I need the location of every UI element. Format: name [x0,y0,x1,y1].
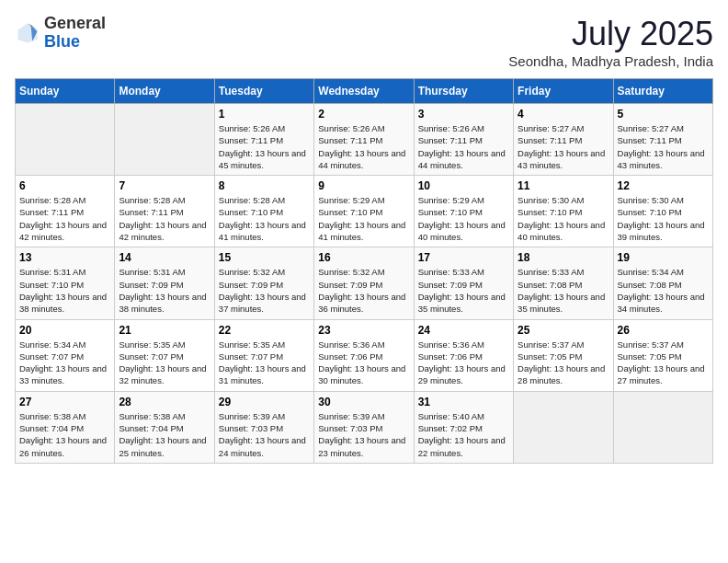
day-number: 27 [19,396,110,408]
calendar-cell: 29Sunrise: 5:39 AM Sunset: 7:03 PM Dayli… [214,391,313,463]
day-info: Sunrise: 5:29 AM Sunset: 7:10 PM Dayligh… [318,194,409,243]
calendar-cell: 22Sunrise: 5:35 AM Sunset: 7:07 PM Dayli… [214,319,313,391]
calendar-cell: 20Sunrise: 5:34 AM Sunset: 7:07 PM Dayli… [16,319,115,391]
page-header: General Blue July 2025 Seondha, Madhya P… [15,15,713,69]
day-number: 18 [518,251,609,264]
day-number: 11 [518,179,609,192]
calendar-cell: 15Sunrise: 5:32 AM Sunset: 7:09 PM Dayli… [214,247,313,319]
calendar-cell: 11Sunrise: 5:30 AM Sunset: 7:10 PM Dayli… [514,176,613,247]
day-info: Sunrise: 5:39 AM Sunset: 7:03 PM Dayligh… [219,410,310,459]
calendar-cell: 24Sunrise: 5:36 AM Sunset: 7:06 PM Dayli… [414,319,513,391]
calendar-cell [16,104,115,176]
calendar-cell: 5Sunrise: 5:27 AM Sunset: 7:11 PM Daylig… [613,104,712,176]
day-info: Sunrise: 5:27 AM Sunset: 7:11 PM Dayligh… [518,122,609,171]
day-info: Sunrise: 5:32 AM Sunset: 7:09 PM Dayligh… [318,266,409,315]
day-info: Sunrise: 5:28 AM Sunset: 7:10 PM Dayligh… [219,194,310,243]
day-info: Sunrise: 5:26 AM Sunset: 7:11 PM Dayligh… [418,122,509,171]
day-number: 3 [418,108,509,121]
day-number: 7 [119,179,210,192]
day-info: Sunrise: 5:33 AM Sunset: 7:08 PM Dayligh… [518,266,609,315]
calendar-cell: 1Sunrise: 5:26 AM Sunset: 7:11 PM Daylig… [214,104,313,176]
calendar-cell: 30Sunrise: 5:39 AM Sunset: 7:03 PM Dayli… [314,391,414,463]
day-of-week-header: Sunday [16,79,115,104]
calendar-cell: 28Sunrise: 5:38 AM Sunset: 7:04 PM Dayli… [115,391,214,463]
calendar-cell: 9Sunrise: 5:29 AM Sunset: 7:10 PM Daylig… [314,176,414,247]
day-info: Sunrise: 5:35 AM Sunset: 7:07 PM Dayligh… [219,339,310,387]
calendar-cell: 21Sunrise: 5:35 AM Sunset: 7:07 PM Dayli… [115,319,214,391]
calendar-cell: 10Sunrise: 5:29 AM Sunset: 7:10 PM Dayli… [414,176,513,247]
day-info: Sunrise: 5:36 AM Sunset: 7:06 PM Dayligh… [318,339,409,387]
day-number: 6 [19,179,110,192]
day-number: 4 [518,108,609,121]
calendar-week-row: 6Sunrise: 5:28 AM Sunset: 7:11 PM Daylig… [16,176,713,247]
calendar-cell: 12Sunrise: 5:30 AM Sunset: 7:10 PM Dayli… [613,176,712,247]
day-number: 8 [219,179,310,192]
month-title: July 2025 [508,15,713,53]
calendar-cell: 3Sunrise: 5:26 AM Sunset: 7:11 PM Daylig… [414,104,513,176]
day-info: Sunrise: 5:28 AM Sunset: 7:11 PM Dayligh… [119,194,210,243]
day-of-week-header: Monday [115,79,214,104]
day-info: Sunrise: 5:37 AM Sunset: 7:05 PM Dayligh… [518,339,609,387]
day-info: Sunrise: 5:38 AM Sunset: 7:04 PM Dayligh… [19,410,110,459]
calendar-cell [115,104,214,176]
day-info: Sunrise: 5:35 AM Sunset: 7:07 PM Dayligh… [119,339,210,387]
calendar-cell: 16Sunrise: 5:32 AM Sunset: 7:09 PM Dayli… [314,247,414,319]
day-number: 24 [418,324,509,337]
day-number: 31 [418,396,509,408]
calendar-week-row: 13Sunrise: 5:31 AM Sunset: 7:10 PM Dayli… [16,247,713,319]
calendar-cell: 18Sunrise: 5:33 AM Sunset: 7:08 PM Dayli… [514,247,613,319]
day-of-week-header: Tuesday [214,79,313,104]
calendar-cell: 19Sunrise: 5:34 AM Sunset: 7:08 PM Dayli… [613,247,712,319]
day-info: Sunrise: 5:39 AM Sunset: 7:03 PM Dayligh… [318,410,409,459]
day-number: 20 [19,324,110,337]
day-info: Sunrise: 5:27 AM Sunset: 7:11 PM Dayligh… [618,122,709,171]
day-number: 26 [618,324,709,337]
day-number: 28 [119,396,210,408]
day-info: Sunrise: 5:32 AM Sunset: 7:09 PM Dayligh… [219,266,310,315]
calendar-cell: 31Sunrise: 5:40 AM Sunset: 7:02 PM Dayli… [414,391,513,463]
day-of-week-header: Saturday [613,79,712,104]
day-number: 29 [219,396,310,408]
day-number: 2 [318,108,409,121]
logo-text: General Blue [44,15,106,52]
calendar-cell: 6Sunrise: 5:28 AM Sunset: 7:11 PM Daylig… [16,176,115,247]
day-info: Sunrise: 5:31 AM Sunset: 7:09 PM Dayligh… [119,266,210,315]
calendar-week-row: 1Sunrise: 5:26 AM Sunset: 7:11 PM Daylig… [16,104,713,176]
calendar-cell [613,391,712,463]
calendar-cell: 23Sunrise: 5:36 AM Sunset: 7:06 PM Dayli… [314,319,414,391]
day-number: 14 [119,251,210,264]
day-number: 22 [219,324,310,337]
calendar-cell: 17Sunrise: 5:33 AM Sunset: 7:09 PM Dayli… [414,247,513,319]
day-info: Sunrise: 5:29 AM Sunset: 7:10 PM Dayligh… [418,194,509,243]
location-subtitle: Seondha, Madhya Pradesh, India [508,53,713,69]
day-of-week-header: Friday [514,79,613,104]
calendar-cell: 4Sunrise: 5:27 AM Sunset: 7:11 PM Daylig… [514,104,613,176]
calendar-week-row: 27Sunrise: 5:38 AM Sunset: 7:04 PM Dayli… [16,391,713,463]
day-info: Sunrise: 5:26 AM Sunset: 7:11 PM Dayligh… [318,122,409,171]
day-number: 13 [19,251,110,264]
day-info: Sunrise: 5:26 AM Sunset: 7:11 PM Dayligh… [219,122,310,171]
title-block: July 2025 Seondha, Madhya Pradesh, India [508,15,713,69]
day-info: Sunrise: 5:30 AM Sunset: 7:10 PM Dayligh… [618,194,709,243]
calendar-week-row: 20Sunrise: 5:34 AM Sunset: 7:07 PM Dayli… [16,319,713,391]
calendar-header-row: SundayMondayTuesdayWednesdayThursdayFrid… [16,79,713,104]
calendar-cell: 2Sunrise: 5:26 AM Sunset: 7:11 PM Daylig… [314,104,414,176]
day-of-week-header: Wednesday [314,79,414,104]
calendar-cell: 7Sunrise: 5:28 AM Sunset: 7:11 PM Daylig… [115,176,214,247]
day-number: 12 [618,179,709,192]
calendar-cell [514,391,613,463]
calendar-cell: 14Sunrise: 5:31 AM Sunset: 7:09 PM Dayli… [115,247,214,319]
day-info: Sunrise: 5:36 AM Sunset: 7:06 PM Dayligh… [418,339,509,387]
day-number: 1 [219,108,310,121]
day-info: Sunrise: 5:40 AM Sunset: 7:02 PM Dayligh… [418,410,509,459]
day-number: 30 [318,396,409,408]
calendar-cell: 25Sunrise: 5:37 AM Sunset: 7:05 PM Dayli… [514,319,613,391]
day-info: Sunrise: 5:34 AM Sunset: 7:08 PM Dayligh… [618,266,709,315]
day-number: 5 [618,108,709,121]
calendar-table: SundayMondayTuesdayWednesdayThursdayFrid… [15,78,713,464]
day-of-week-header: Thursday [414,79,513,104]
day-info: Sunrise: 5:34 AM Sunset: 7:07 PM Dayligh… [19,339,110,387]
day-number: 25 [518,324,609,337]
calendar-cell: 8Sunrise: 5:28 AM Sunset: 7:10 PM Daylig… [214,176,313,247]
logo: General Blue [15,15,106,52]
